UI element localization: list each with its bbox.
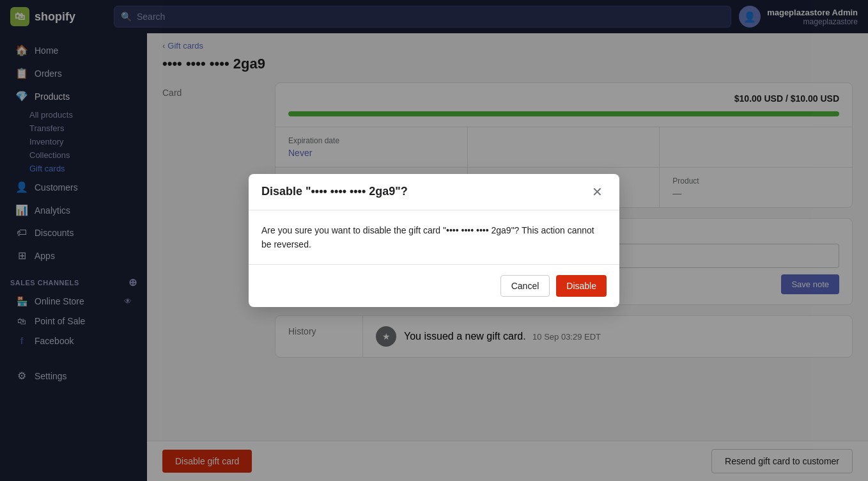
modal-footer: Cancel Disable [249, 265, 619, 307]
modal-cancel-button[interactable]: Cancel [500, 275, 550, 297]
modal-overlay[interactable]: Disable "•••• •••• •••• 2ga9"? ✕ Are you… [0, 0, 868, 481]
modal-body: Are you sure you want to disable the gif… [249, 210, 619, 265]
modal-body-text: Are you sure you want to disable the gif… [261, 223, 607, 252]
modal-title: Disable "•••• •••• •••• 2ga9"? [261, 185, 408, 198]
modal-close-button[interactable]: ✕ [588, 184, 607, 200]
modal-disable-button[interactable]: Disable [556, 275, 607, 297]
modal-header: Disable "•••• •••• •••• 2ga9"? ✕ [249, 174, 619, 210]
disable-modal: Disable "•••• •••• •••• 2ga9"? ✕ Are you… [249, 174, 619, 308]
